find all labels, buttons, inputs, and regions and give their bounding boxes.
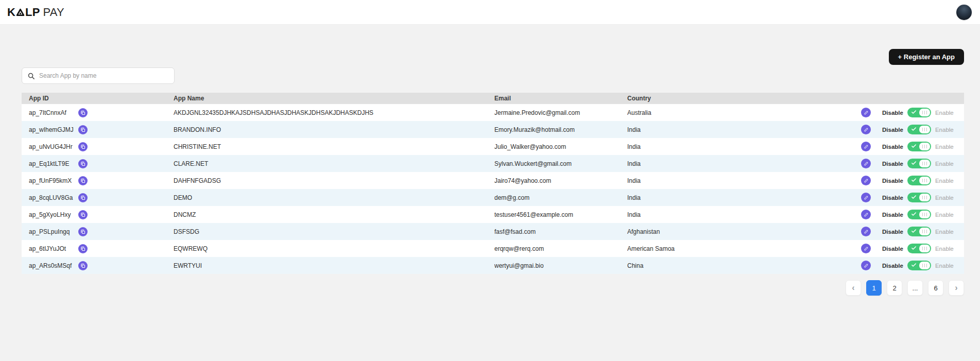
pagination-next-button[interactable]: › (949, 280, 964, 296)
copy-app-id-button[interactable] (78, 142, 88, 151)
table-row: ap_ARs0sMSqf EWRTYUI wertyui@gmai.bio Ch… (22, 257, 964, 274)
disable-label: Disable (882, 212, 903, 218)
register-app-button[interactable]: + Register an App (889, 49, 964, 65)
toggle-knob (919, 160, 930, 167)
app-status-toggle[interactable] (907, 210, 931, 219)
check-icon (911, 228, 917, 234)
copy-app-id-button[interactable] (78, 244, 88, 253)
row-actions: Disable Enable (861, 125, 964, 134)
country-value: India (627, 177, 861, 184)
copy-app-id-button[interactable] (78, 261, 88, 270)
edit-app-button[interactable] (861, 261, 871, 270)
enable-label: Enable (935, 127, 954, 133)
row-actions: Disable Enable (861, 244, 964, 253)
copy-app-id-button[interactable] (78, 125, 88, 134)
country-value: India (627, 211, 861, 218)
app-id-value: ap_ARs0sMSqf (22, 262, 78, 269)
app-name-value: DEMO (174, 194, 494, 201)
copy-app-id-button[interactable] (78, 176, 88, 185)
disable-label: Disable (882, 127, 903, 133)
table-body: ap_7ItCnnxAf AKDJGNL32435DJHKAJSDHSAJDHA… (22, 104, 964, 274)
app-name-value: BRANDON.INFO (174, 126, 494, 133)
email-value: wertyui@gmai.bio (494, 262, 627, 269)
email-value: Sylvan.Wuckert@gmail.com (494, 160, 627, 167)
row-actions: Disable Enable (861, 193, 964, 202)
app-status-toggle[interactable] (907, 159, 931, 168)
app-status-toggle[interactable] (907, 227, 931, 236)
email-value: erqrqw@rerq.com (494, 245, 627, 252)
app-status-toggle[interactable] (907, 261, 931, 270)
copy-app-id-button[interactable] (78, 193, 88, 202)
edit-app-button[interactable] (861, 193, 871, 202)
app-status-toggle[interactable] (907, 142, 931, 151)
disable-label: Disable (882, 246, 903, 252)
disable-label: Disable (882, 161, 903, 167)
pagination-page-button[interactable]: 1 (866, 280, 882, 296)
copy-icon (80, 229, 85, 234)
app-name-value: CHRISTINE.NET (174, 143, 494, 150)
check-icon (911, 211, 917, 217)
check-icon (911, 126, 917, 132)
user-avatar[interactable] (956, 5, 972, 20)
copy-app-id-button[interactable] (78, 227, 88, 236)
edit-app-button[interactable] (861, 108, 871, 117)
app-id-value: ap_5gXyoLHxy (22, 211, 78, 218)
pencil-icon (864, 195, 869, 200)
app-status-toggle[interactable] (907, 108, 931, 117)
country-value: American Samoa (627, 245, 861, 252)
country-value: India (627, 126, 861, 133)
kalp-pay-logo: K LP PAY (7, 6, 64, 19)
edit-app-button[interactable] (861, 176, 871, 185)
check-icon (911, 177, 917, 183)
toggle-knob (919, 126, 930, 133)
app-status-toggle[interactable] (907, 244, 931, 253)
toggle-knob (919, 211, 930, 218)
table-row: ap_uNvUG4JHr CHRISTINE.NET Julio_Walker@… (22, 138, 964, 155)
logo-text-k: K (7, 6, 15, 19)
pagination-page-button[interactable]: ... (907, 280, 923, 296)
app-status-toggle[interactable] (907, 176, 931, 185)
app-status-toggle[interactable] (907, 193, 931, 202)
pagination-prev-button[interactable]: ‹ (846, 280, 861, 296)
copy-icon (80, 195, 85, 200)
check-icon (911, 262, 917, 268)
app-id-value: ap_uNvUG4JHr (22, 143, 78, 150)
table-row: ap_wIhemGJMJ BRANDON.INFO Emory.Murazik@… (22, 121, 964, 138)
pencil-icon (864, 127, 869, 132)
country-value: India (627, 143, 861, 150)
edit-app-button[interactable] (861, 159, 871, 168)
country-value: India (627, 194, 861, 201)
column-header-app-id: App ID (22, 95, 78, 102)
disable-label: Disable (882, 229, 903, 235)
edit-app-button[interactable] (861, 125, 871, 134)
email-value: fasf@fsad.com (494, 228, 627, 235)
pencil-icon (864, 212, 869, 217)
row-actions: Disable Enable (861, 142, 964, 151)
pagination-page-button[interactable]: 2 (887, 280, 902, 296)
copy-icon (80, 178, 85, 183)
copy-app-id-button[interactable] (78, 210, 88, 219)
apps-table: App ID App Name Email Country ap_7ItCnnx… (22, 93, 964, 274)
app-id-value: ap_7ItCnnxAf (22, 109, 78, 116)
edit-app-button[interactable] (861, 244, 871, 253)
toggle-knob (919, 143, 930, 150)
app-name-value: DNCMZ (174, 211, 494, 218)
pencil-icon (864, 144, 869, 149)
row-actions: Disable Enable (861, 210, 964, 219)
pagination-page-button[interactable]: 6 (928, 280, 943, 296)
edit-app-button[interactable] (861, 227, 871, 236)
copy-icon (80, 127, 85, 132)
check-icon (911, 160, 917, 166)
check-icon (911, 109, 917, 115)
search-input[interactable] (39, 72, 169, 79)
app-name-value: EQWREWQ (174, 245, 494, 252)
table-row: ap_fUnF95kmX DAHFNFGADSG Jairo74@yahoo.c… (22, 172, 964, 189)
copy-app-id-button[interactable] (78, 108, 88, 117)
copy-app-id-button[interactable] (78, 159, 88, 168)
edit-app-button[interactable] (861, 142, 871, 151)
edit-app-button[interactable] (861, 210, 871, 219)
toggle-knob (919, 262, 930, 269)
app-status-toggle[interactable] (907, 125, 931, 134)
app-name-value: AKDJGNL32435DJHKAJSDHSAJDHASJDHASKJDHSAK… (174, 109, 494, 116)
toggle-knob (919, 177, 930, 184)
